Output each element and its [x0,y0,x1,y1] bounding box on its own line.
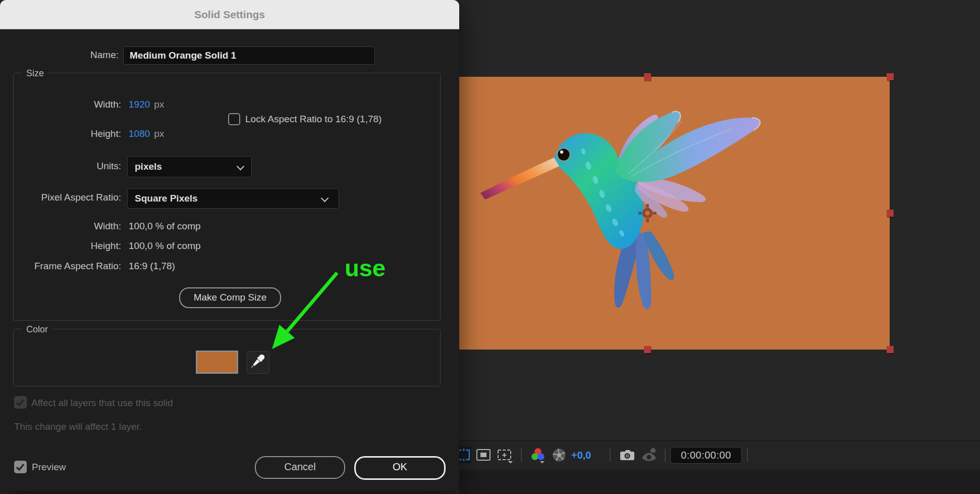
solid-settings-dialog: Solid Settings Name: Medium Orange Solid… [0,0,459,491]
handle-bottom-right[interactable] [887,346,894,353]
timecode-field[interactable]: 0:00:00:00 [670,447,742,464]
size-legend: Size [22,67,48,79]
pixel-aspect-ratio-dropdown[interactable]: Square Pixels [127,188,339,209]
frame-aspect-ratio-value: 16:9 (1,78) [129,259,175,273]
color-legend: Color [22,323,52,335]
width-percent-value: 100,0 % of comp [129,219,201,233]
toolbar-separator [747,449,748,462]
channel-settings-icon[interactable] [530,447,546,464]
annotation-text: use [345,254,386,282]
pixel-aspect-ratio-label: Pixel Aspect Ratio: [13,190,121,205]
transparency-grid-icon[interactable] [475,447,492,463]
height-label: Height: [13,127,121,141]
toolbar-separator [665,449,666,462]
height-percent-value: 100,0 % of comp [129,239,201,253]
preview-label: Preview [32,460,66,474]
after-effects-window: +0,0 0:00:00:00 Solid Settings Name: Med… [0,0,980,494]
height-value[interactable]: 1080px [129,127,164,141]
check-icon [14,396,27,409]
lock-aspect-checkbox[interactable] [228,113,240,125]
toolbar-separator [521,449,522,462]
units-label: Units: [13,159,121,173]
annotation-arrow [262,263,348,359]
lock-aspect-label: Lock Aspect Ratio to 16:9 (1,78) [245,112,382,126]
height-percent-label: Height: [13,239,121,253]
frame-aspect-ratio-label: Frame Aspect Ratio: [13,259,121,273]
color-swatch[interactable] [196,351,238,374]
show-snapshot-icon[interactable] [640,448,658,464]
name-label: Name: [13,48,119,62]
cancel-button[interactable]: Cancel [255,456,345,479]
affect-all-layers-checkbox [14,396,27,409]
width-value[interactable]: 1920px [129,97,164,112]
handle-bottom-center[interactable] [644,346,651,353]
check-icon [14,461,27,473]
handle-top-right[interactable] [887,73,894,80]
dialog-titlebar: Solid Settings [0,0,459,29]
dialog-title: Solid Settings [0,0,459,29]
snapshot-camera-icon[interactable] [619,447,635,463]
preview-checkbox[interactable] [14,461,27,473]
handle-right-center[interactable] [887,210,894,217]
affect-all-layers-label: Affect all layers that use this solid [31,396,173,410]
exposure-shutter-icon[interactable] [551,447,567,463]
hummingbird-artwork [469,101,772,328]
name-input[interactable]: Medium Orange Solid 1 [123,46,375,65]
anchor-point-crosshair[interactable] [637,203,658,223]
ok-button[interactable]: OK [354,456,446,480]
affect-note: This change will affect 1 layer. [14,420,142,434]
units-dropdown[interactable]: pixels [127,156,252,177]
width-label: Width: [13,97,121,112]
viewer-lower-strip [459,470,980,494]
grid-and-guide-options-icon[interactable] [496,447,513,464]
width-percent-label: Width: [13,219,121,233]
toolbar-separator [610,449,611,462]
exposure-value[interactable]: +0,0 [571,448,591,462]
name-value: Medium Orange Solid 1 [124,47,374,64]
handle-top-center[interactable] [644,73,651,80]
